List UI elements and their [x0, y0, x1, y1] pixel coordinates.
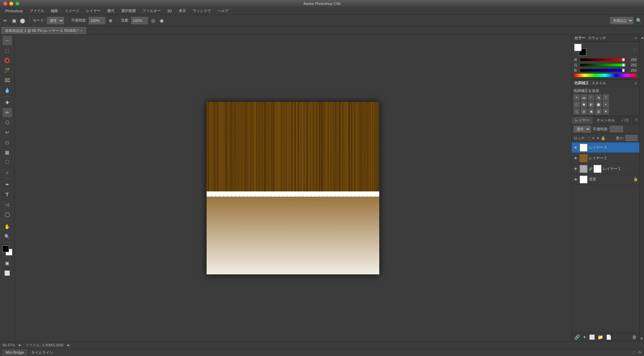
- move-tool[interactable]: ↔: [3, 36, 12, 45]
- bottom-bar-icon2[interactable]: ⟳: [638, 350, 641, 355]
- brush-tool[interactable]: ✏: [3, 108, 12, 117]
- timeline-tab[interactable]: タイムライン: [28, 349, 56, 356]
- minimize-button[interactable]: [9, 2, 13, 6]
- menu-filter[interactable]: フィルター: [140, 8, 163, 14]
- blur-tool[interactable]: 〇: [3, 158, 12, 167]
- workspace-select[interactable]: 初期設定: [610, 17, 633, 24]
- link-layers-icon[interactable]: 🔗: [574, 334, 580, 340]
- menu-photoshop[interactable]: Photoshop: [3, 8, 26, 14]
- menu-layer[interactable]: レイヤー: [83, 8, 103, 14]
- file-info-arrow[interactable]: ▶: [67, 343, 70, 347]
- mode-select[interactable]: 通常: [47, 17, 64, 24]
- adj-vibrance-icon[interactable]: ▽: [603, 95, 609, 101]
- add-mask-icon[interactable]: ⬜: [589, 334, 595, 340]
- layer-2-visibility[interactable]: 👁: [573, 156, 578, 161]
- styles-panel-title[interactable]: スタイル: [592, 81, 606, 86]
- lasso-tool[interactable]: ⭕: [3, 56, 12, 65]
- panel-options-icon[interactable]: ⋮: [640, 40, 644, 44]
- path-select-tool[interactable]: ◁: [3, 200, 12, 209]
- pressure-opacity-icon[interactable]: ⊕: [107, 17, 114, 24]
- tab-paths[interactable]: パス: [618, 116, 633, 124]
- hand-tool[interactable]: ✋: [3, 222, 12, 231]
- bg-layer-visibility[interactable]: 👁: [573, 177, 578, 182]
- adj-brightness-icon[interactable]: ☀: [574, 95, 580, 101]
- opacity-input[interactable]: [89, 17, 105, 24]
- layer-1-visibility[interactable]: 👁: [573, 166, 578, 172]
- doc-tab-close[interactable]: ×: [80, 29, 82, 33]
- adj-selectivecolor-icon[interactable]: ❖: [603, 108, 609, 114]
- dodge-tool[interactable]: ☼: [3, 168, 12, 177]
- flow-pressure-icon[interactable]: ◉: [158, 17, 165, 24]
- layer-item-1[interactable]: 👁 🔗 レイヤー 1: [572, 164, 639, 174]
- tool-preset-icon[interactable]: ▣: [11, 17, 17, 24]
- pen-tool[interactable]: ✒: [3, 180, 12, 189]
- healing-brush-tool[interactable]: ✚: [3, 98, 12, 107]
- lock-transparent-icon[interactable]: ⬚: [588, 136, 591, 140]
- color-swatches[interactable]: [2, 246, 12, 255]
- lock-position-icon[interactable]: ✦: [597, 136, 599, 140]
- lock-all-icon[interactable]: 🔒: [601, 136, 605, 140]
- g-slider[interactable]: [580, 64, 625, 66]
- layer-item-2[interactable]: 👁 レイヤー 2: [572, 153, 639, 164]
- screen-mode-tool[interactable]: ⬜: [3, 268, 12, 278]
- adj-photo-icon[interactable]: ⬤: [596, 102, 601, 107]
- bottom-bar-icon1[interactable]: ⬚: [632, 350, 636, 355]
- eraser-tool[interactable]: ◻: [3, 138, 12, 147]
- tab-channels[interactable]: チャンネル: [593, 116, 618, 124]
- delete-layer-icon[interactable]: 🗑: [632, 334, 637, 340]
- fg-bg-swatch-container[interactable]: [574, 44, 586, 56]
- color-panel-collapse[interactable]: ≡: [635, 36, 637, 40]
- gradient-tool[interactable]: ▦: [3, 148, 12, 157]
- create-layer-icon[interactable]: 📄: [606, 334, 611, 340]
- menu-help[interactable]: ヘルプ: [215, 8, 231, 14]
- menu-view[interactable]: 表示: [176, 8, 189, 14]
- quick-select-tool[interactable]: 🪄: [3, 66, 12, 75]
- layer-item-bg[interactable]: 👁 背景 🔒: [572, 174, 639, 185]
- airbrush-icon[interactable]: ◎: [150, 17, 156, 24]
- maximize-button[interactable]: [15, 2, 19, 6]
- quick-mask-tool[interactable]: ▣: [3, 258, 12, 268]
- workspace-search-icon[interactable]: 🔍: [635, 17, 642, 24]
- menu-select[interactable]: 選択範囲: [119, 8, 138, 14]
- r-slider[interactable]: [580, 58, 625, 61]
- canvas-area[interactable]: [15, 35, 571, 341]
- close-button[interactable]: [3, 2, 7, 6]
- layer-3-visibility[interactable]: 👁: [573, 145, 578, 150]
- reset-colors-icon[interactable]: ⬛: [633, 48, 637, 52]
- layer-item-3[interactable]: 👁 レイヤー 3: [572, 142, 639, 153]
- swatches-panel-title[interactable]: スウォッチ: [588, 36, 606, 40]
- adj-threshold-icon[interactable]: ◼: [588, 108, 594, 114]
- menu-type[interactable]: 書式: [105, 8, 117, 14]
- menu-window[interactable]: ウィンドウ: [190, 8, 214, 14]
- document-tab[interactable]: 名称未設定 1 @ 66.7% (レイヤー 3, RGB/8) * ×: [1, 27, 86, 34]
- shape-tool[interactable]: ◯: [3, 210, 12, 219]
- adj-bw-icon[interactable]: ◧: [588, 102, 594, 107]
- adj-curves-icon[interactable]: 〰: [588, 95, 594, 101]
- brush-preset-icon[interactable]: ⬤: [19, 17, 26, 24]
- adj-exposure-icon[interactable]: ◑: [596, 95, 601, 101]
- flow-input[interactable]: [131, 17, 148, 24]
- adj-panel-collapse[interactable]: ≡: [635, 81, 637, 85]
- create-group-icon[interactable]: 📁: [598, 334, 603, 340]
- menu-image[interactable]: イメージ: [62, 8, 82, 14]
- adj-colorbalance-icon[interactable]: ⬢: [581, 102, 587, 107]
- crop-tool[interactable]: ⌧: [3, 76, 12, 85]
- adj-colormixer-icon[interactable]: ✦: [603, 102, 609, 107]
- spectrum-bar[interactable]: [574, 74, 637, 77]
- eyedropper-tool[interactable]: 💧: [3, 86, 12, 95]
- window-controls[interactable]: [3, 2, 19, 6]
- mini-bridge-tab[interactable]: Mini Bridge: [3, 349, 27, 355]
- menu-edit[interactable]: 編集: [48, 8, 61, 14]
- clone-stamp-tool[interactable]: ⎔: [3, 118, 12, 127]
- layers-panel-collapse[interactable]: ≡: [633, 116, 639, 124]
- panel-icons-icon[interactable]: ▶: [640, 336, 644, 340]
- add-layer-style-icon[interactable]: ✦: [583, 334, 587, 340]
- menu-3d[interactable]: 3D: [165, 8, 175, 14]
- type-tool[interactable]: T: [3, 190, 12, 199]
- tab-layers[interactable]: レイヤー: [572, 116, 593, 124]
- zoom-tool[interactable]: 🔍: [3, 232, 12, 241]
- adj-hsl-icon[interactable]: ⬡: [574, 102, 580, 107]
- blend-mode-select[interactable]: 通常: [574, 126, 591, 132]
- adj-invert-icon[interactable]: ◻: [574, 108, 580, 114]
- opacity-input[interactable]: 100%: [610, 126, 623, 132]
